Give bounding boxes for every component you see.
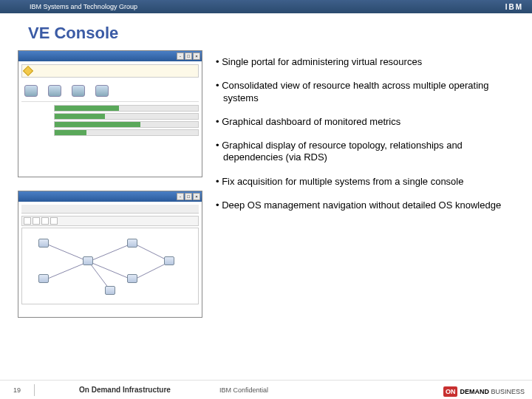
topology-node (83, 256, 93, 265)
topology-toolbar (21, 205, 199, 214)
bullet-item: Graphical dashboard of monitored metrics (216, 116, 525, 128)
dashboard-body (18, 61, 202, 177)
svg-line-0 (44, 243, 89, 262)
bar-fill (55, 130, 86, 135)
metric-bar (54, 113, 199, 120)
resource-group (72, 85, 85, 97)
on-demand-badge: ON DEMAND BUSINESS (443, 386, 525, 397)
page-number: 19 (0, 381, 34, 399)
topology-nav (21, 216, 199, 226)
nav-button (50, 217, 58, 225)
resource-group (48, 85, 61, 97)
header-bar: IBM Systems and Technology Group IBM (0, 0, 532, 13)
footer-brand: On Demand Infrastructure (79, 386, 205, 394)
bar-fill (55, 122, 140, 127)
window-close-icon: × (193, 193, 200, 200)
nav-button (24, 217, 31, 225)
topology-node (164, 256, 174, 265)
slide-title: VE Console (28, 24, 532, 43)
resource-icon (48, 85, 61, 97)
metric-bar (54, 105, 199, 112)
window-titlebar: - □ × (18, 191, 202, 202)
screenshot-dashboard: - □ × (18, 50, 202, 177)
footer: 19 On Demand Infrastructure IBM Confiden… (0, 380, 532, 399)
chart-label-col (21, 105, 51, 136)
footer-confidential: IBM Confidential (219, 386, 268, 394)
chart-bars (54, 105, 199, 136)
nav-button (33, 217, 40, 225)
window-min-icon: - (177, 193, 184, 200)
bullet-item: Fix acquisition for multiple systems fro… (216, 176, 525, 188)
badge-demand: DEMAND (460, 388, 489, 395)
topology-node (127, 274, 137, 283)
bullet-item: Single portal for administering virtual … (216, 56, 525, 68)
content-area: - □ × (0, 50, 532, 318)
topology-canvas (21, 228, 199, 304)
topology-node (127, 239, 137, 248)
bar-fill (55, 114, 105, 119)
topology-body (18, 202, 202, 317)
topology-node (38, 274, 49, 283)
resource-icon (72, 85, 85, 97)
resource-group (24, 85, 38, 97)
ibm-logo: IBM (505, 3, 523, 11)
resource-icons-row (21, 81, 199, 101)
window-min-icon: - (177, 52, 184, 60)
window-max-icon: □ (185, 52, 192, 60)
resource-group (95, 85, 109, 97)
resource-icon (95, 85, 109, 97)
bullet-list: Single portal for administering virtual … (216, 50, 525, 318)
metric-bar (54, 129, 199, 136)
bullet-item: Consolidated view of resource health acr… (216, 80, 525, 104)
badge-text: DEMAND BUSINESS (460, 388, 525, 395)
topology-node (38, 239, 49, 248)
bullet-item: Graphical display of resource topology, … (216, 140, 525, 164)
header-group-label: IBM Systems and Technology Group (30, 3, 137, 10)
screenshot-column: - □ × (18, 50, 202, 318)
window-max-icon: □ (185, 193, 192, 200)
svg-line-1 (44, 262, 89, 280)
resource-icon (24, 85, 38, 97)
warning-icon (23, 66, 33, 76)
nav-button (41, 217, 49, 225)
screenshot-topology: - □ × (18, 191, 202, 318)
badge-business: BUSINESS (491, 388, 525, 395)
badge-on: ON (443, 386, 458, 397)
window-titlebar: - □ × (18, 51, 202, 61)
window-close-icon: × (193, 52, 200, 60)
topology-node (105, 286, 115, 295)
bullet-item: Deep OS management navigation without de… (216, 200, 525, 211)
metric-bar (54, 121, 199, 128)
svg-line-2 (89, 243, 133, 262)
attention-panel (21, 64, 199, 78)
bar-fill (55, 106, 119, 111)
metrics-charts (21, 101, 199, 136)
footer-divider (34, 384, 35, 396)
